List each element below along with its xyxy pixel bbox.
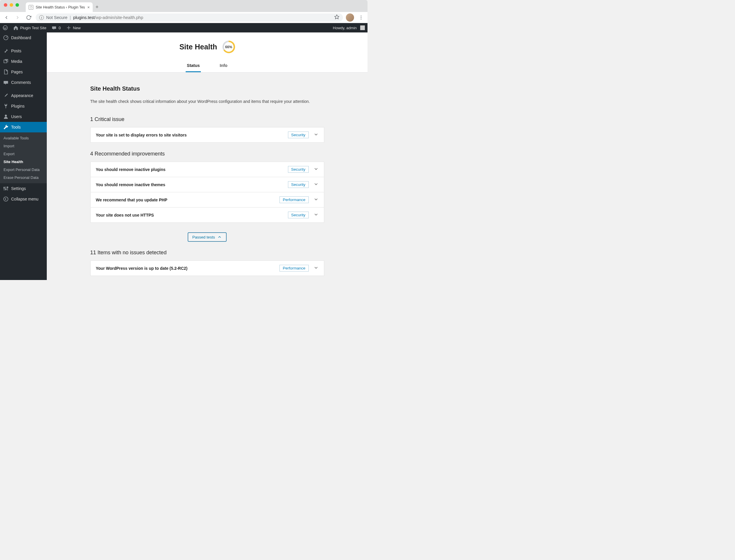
my-account-link[interactable]: Howdy, admin (330, 23, 368, 32)
accordion-item[interactable]: You should remove inactive themesSecurit… (91, 177, 324, 192)
chevron-up-icon (217, 235, 222, 239)
dashboard-icon (3, 35, 9, 41)
site-health-body: Site Health Status The site health check… (90, 72, 324, 280)
svg-point-1 (361, 15, 361, 16)
wrench-icon (3, 124, 9, 130)
accordion-title: We recommend that you update PHP (96, 198, 280, 202)
window-zoom[interactable] (15, 3, 19, 7)
menu-comments[interactable]: Comments (0, 77, 47, 88)
health-percent: 66% (224, 42, 233, 52)
comments-link[interactable]: 0 (49, 23, 63, 32)
submenu-export-personal-data[interactable]: Export Personal Data (0, 166, 47, 174)
new-tab-button[interactable]: + (93, 2, 101, 12)
security-status: Not Secure (46, 15, 68, 20)
critical-issues-list: Your site is set to display errors to si… (90, 127, 324, 143)
page-icon (3, 69, 9, 75)
accordion-title: Your site does not use HTTPS (96, 213, 288, 217)
browser-toolbar: i Not Secure | plugins.test/wp-admin/sit… (0, 12, 368, 23)
svg-point-12 (5, 189, 6, 190)
category-badge: Security (288, 132, 309, 138)
browser-tabstrip: Site Health Status ‹ Plugin Tes × + (0, 0, 368, 12)
reload-button[interactable] (25, 13, 33, 22)
browser-menu-icon[interactable] (357, 13, 365, 22)
submenu-export[interactable]: Export (0, 150, 47, 158)
site-info-icon[interactable]: i (39, 15, 44, 20)
menu-tools[interactable]: Tools (0, 122, 47, 132)
site-name-link[interactable]: Plugin Test Site (11, 23, 49, 32)
menu-users[interactable]: Users (0, 111, 47, 122)
window-controls (0, 2, 23, 10)
menu-media[interactable]: Media (0, 56, 47, 67)
media-icon (3, 58, 9, 64)
site-health-tabs: Status Info (47, 60, 368, 72)
wp-logo[interactable] (0, 23, 11, 32)
svg-marker-0 (335, 15, 339, 19)
svg-point-11 (4, 187, 5, 188)
chevron-down-icon (313, 132, 319, 138)
chevron-down-icon (313, 182, 319, 188)
menu-settings[interactable]: Settings (0, 183, 47, 194)
content-area: Site Health 66% Status Info Site Health … (47, 32, 368, 280)
accordion-item[interactable]: We recommend that you update PHPPerforma… (91, 192, 324, 207)
window-close[interactable] (4, 3, 7, 7)
url-text: plugins.test/wp-admin/site-health.php (73, 15, 143, 20)
forward-button[interactable] (13, 13, 22, 22)
sliders-icon (3, 186, 9, 191)
accordion-title: You should remove inactive plugins (96, 167, 288, 172)
user-avatar-icon (360, 25, 365, 30)
submenu-import[interactable]: Import (0, 142, 47, 150)
page-title: Site Health (179, 43, 217, 51)
tab-info[interactable]: Info (218, 60, 229, 72)
passed-heading: 11 Items with no issues detected (90, 250, 324, 256)
address-bar[interactable]: i Not Secure | plugins.test/wp-admin/sit… (36, 13, 343, 22)
accordion-item[interactable]: Your site does not use HTTPSSecurity (91, 207, 324, 222)
comment-icon (3, 79, 9, 85)
window-minimize[interactable] (10, 3, 13, 7)
health-progress-circle: 66% (222, 41, 235, 53)
submenu-site-health[interactable]: Site Health (0, 158, 47, 166)
recommended-heading: 4 Recommended improvements (90, 151, 324, 157)
accordion-item[interactable]: You should remove inactive pluginsSecuri… (91, 162, 324, 177)
menu-dashboard[interactable]: Dashboard (0, 32, 47, 43)
new-content-link[interactable]: New (63, 23, 83, 32)
back-button[interactable] (2, 13, 11, 22)
recommended-list: You should remove inactive pluginsSecuri… (90, 162, 324, 223)
menu-pages[interactable]: Pages (0, 67, 47, 77)
submenu-erase-personal-data[interactable]: Erase Personal Data (0, 174, 47, 182)
tools-submenu: Available Tools Import Export Site Healt… (0, 132, 47, 183)
chevron-down-icon (313, 212, 319, 218)
accordion-title: Your site is set to display errors to si… (96, 133, 288, 137)
brush-icon (3, 93, 9, 98)
menu-posts[interactable]: Posts (0, 45, 47, 56)
tab-status[interactable]: Status (186, 60, 201, 72)
chevron-down-icon (313, 265, 319, 272)
passed-list: Your WordPress version is up to date (5.… (90, 260, 324, 276)
svg-point-3 (361, 18, 361, 19)
bookmark-icon[interactable] (334, 14, 339, 20)
category-badge: Security (288, 181, 309, 188)
accordion-title: You should remove inactive themes (96, 182, 288, 187)
plug-icon (3, 103, 9, 109)
menu-appearance[interactable]: Appearance (0, 90, 47, 101)
profile-avatar[interactable] (346, 13, 354, 22)
svg-point-6 (6, 60, 6, 61)
section-title: Site Health Status (90, 85, 324, 92)
accordion-item[interactable]: Your WordPress version is up to date (5.… (91, 261, 324, 276)
category-badge: Performance (279, 196, 308, 203)
browser-tab[interactable]: Site Health Status ‹ Plugin Tes × (26, 2, 93, 12)
page-icon (29, 5, 33, 10)
critical-issues-heading: 1 Critical issue (90, 116, 324, 122)
svg-point-7 (5, 115, 7, 117)
user-icon (3, 114, 9, 120)
tab-title: Site Health Status ‹ Plugin Tes (36, 5, 85, 9)
submenu-available-tools[interactable]: Available Tools (0, 134, 47, 142)
menu-collapse[interactable]: Collapse menu (0, 194, 47, 204)
collapse-icon (3, 196, 9, 202)
menu-plugins[interactable]: Plugins (0, 101, 47, 111)
accordion-item[interactable]: Your site is set to display errors to si… (91, 127, 324, 142)
separator: | (70, 15, 71, 20)
passed-tests-toggle[interactable]: Passed tests (188, 233, 226, 241)
tab-close-icon[interactable]: × (87, 5, 90, 10)
admin-sidebar: Dashboard Posts Media Pages Comments App… (0, 32, 47, 280)
chevron-down-icon (313, 166, 319, 173)
